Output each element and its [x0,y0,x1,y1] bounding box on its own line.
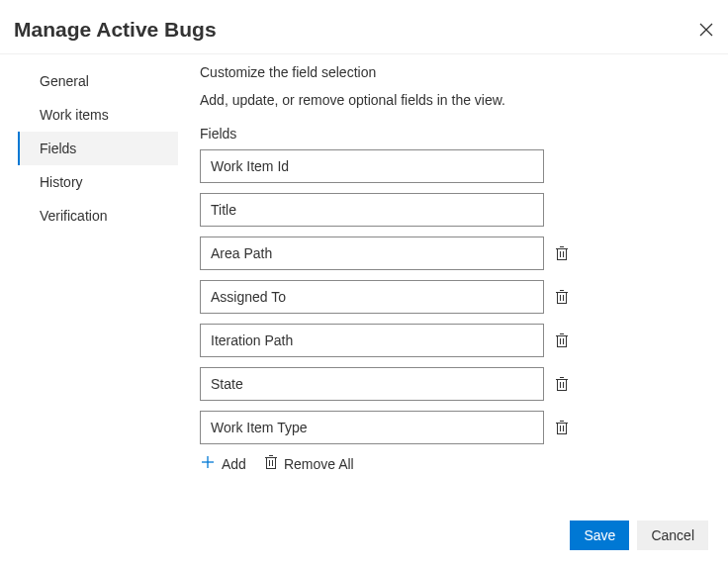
save-button[interactable]: Save [570,521,629,550]
sidebar-item-label: General [40,73,89,89]
sidebar-item-verification[interactable]: Verification [18,199,178,233]
svg-rect-29 [266,458,275,469]
delete-field-icon[interactable] [554,245,570,261]
trash-icon [264,454,278,473]
svg-rect-17 [558,380,567,391]
field-row [200,324,688,357]
field-input[interactable] [200,193,544,227]
field-row [200,193,688,227]
delete-field-icon[interactable] [554,289,570,305]
main-subtitle: Add, update, or remove optional fields i… [200,92,688,108]
remove-all-button[interactable]: Remove All [264,454,354,473]
delete-field-icon[interactable] [554,376,570,392]
sidebar-item-label: Work items [40,107,109,123]
svg-rect-2 [558,249,567,260]
sidebar-item-label: Verification [40,208,107,224]
sidebar-item-general[interactable]: General [18,64,178,98]
field-row [200,367,688,401]
main-content: Customize the field selection Add, updat… [178,64,728,473]
dialog-title: Manage Active Bugs [14,18,217,42]
remove-all-label: Remove All [284,456,354,472]
sidebar-item-history[interactable]: History [18,165,178,199]
sidebar-item-label: History [40,174,83,190]
actions-row: Add Remove All [200,454,688,473]
field-input[interactable] [200,367,544,401]
svg-rect-12 [558,336,567,347]
add-label: Add [222,456,246,472]
dialog-footer: Save Cancel [570,521,708,550]
field-input[interactable] [200,280,544,314]
svg-rect-7 [558,293,567,304]
field-row [200,280,688,314]
main-title: Customize the field selection [200,64,688,80]
svg-rect-22 [558,424,567,434]
sidebar-item-label: Fields [40,141,76,156]
field-input[interactable] [200,324,544,357]
cancel-button[interactable]: Cancel [637,521,708,550]
field-row [200,411,688,444]
field-row [200,237,688,270]
close-icon[interactable] [698,22,714,38]
plus-icon [200,454,216,473]
field-input[interactable] [200,411,544,444]
field-input[interactable] [200,237,544,270]
dialog-body: GeneralWork itemsFieldsHistoryVerificati… [0,54,728,473]
field-row [200,149,688,183]
sidebar-item-fields[interactable]: Fields [18,132,178,165]
fields-label: Fields [200,126,688,142]
delete-field-icon[interactable] [554,332,570,348]
dialog-header: Manage Active Bugs [0,0,728,54]
fields-list [200,149,688,444]
delete-field-icon[interactable] [554,420,570,435]
sidebar: GeneralWork itemsFieldsHistoryVerificati… [0,64,178,473]
add-field-button[interactable]: Add [200,454,246,473]
field-input[interactable] [200,149,544,183]
sidebar-item-work-items[interactable]: Work items [18,98,178,132]
